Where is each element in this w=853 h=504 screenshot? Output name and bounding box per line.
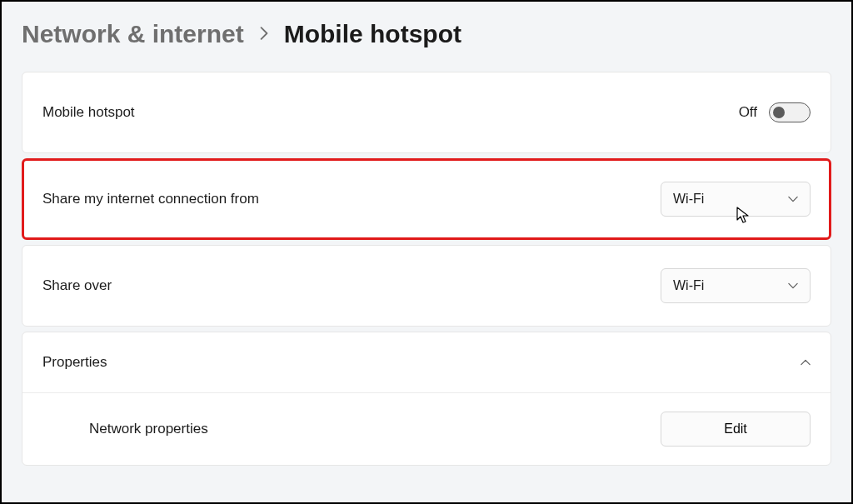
share-over-selected: Wi-Fi	[673, 278, 704, 293]
share-from-card: Share my internet connection from Wi-Fi	[22, 158, 831, 240]
hotspot-toggle-card: Mobile hotspot Off	[22, 72, 831, 153]
share-from-label: Share my internet connection from	[42, 191, 259, 207]
chevron-down-icon	[788, 194, 798, 204]
hotspot-label: Mobile hotspot	[42, 104, 135, 121]
edit-button[interactable]: Edit	[661, 412, 811, 447]
properties-header[interactable]: Properties	[22, 332, 831, 392]
network-properties-label: Network properties	[42, 421, 208, 437]
share-over-dropdown[interactable]: Wi-Fi	[661, 268, 811, 303]
share-from-selected: Wi-Fi	[673, 192, 704, 207]
breadcrumb-parent[interactable]: Network & internet	[22, 20, 244, 48]
properties-card: Properties Network properties Edit	[22, 332, 831, 466]
breadcrumb: Network & internet Mobile hotspot	[22, 20, 831, 48]
properties-title: Properties	[42, 354, 107, 371]
chevron-up-icon	[801, 357, 811, 367]
page-title: Mobile hotspot	[284, 20, 461, 48]
share-over-card: Share over Wi-Fi	[22, 245, 831, 327]
properties-body: Network properties Edit	[22, 392, 831, 465]
share-over-label: Share over	[42, 277, 112, 294]
toggle-knob	[773, 107, 785, 118]
chevron-right-icon	[259, 23, 269, 45]
chevron-down-icon	[788, 281, 798, 291]
hotspot-state-label: Off	[739, 104, 757, 121]
share-from-dropdown[interactable]: Wi-Fi	[661, 182, 811, 217]
hotspot-toggle[interactable]	[769, 102, 811, 122]
